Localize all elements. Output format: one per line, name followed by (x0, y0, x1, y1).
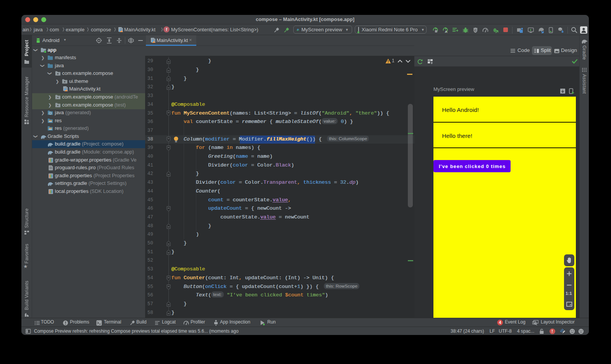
svg-text:A: A (445, 30, 448, 33)
svg-text:C: C (474, 29, 477, 32)
